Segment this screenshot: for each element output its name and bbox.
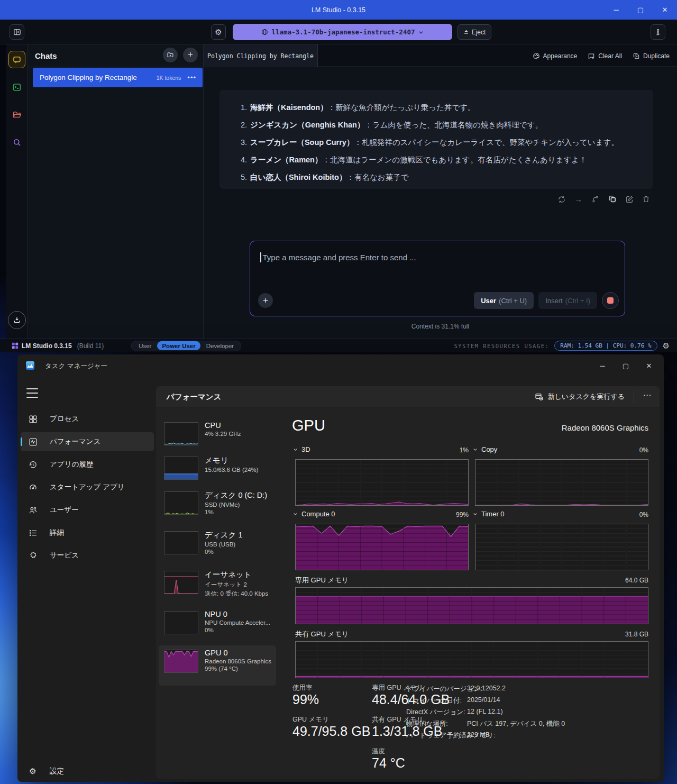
lmstudio-titlebar[interactable]: LM Studio - 0.3.15 ─ ▢ ✕	[0, 0, 677, 20]
performance-header: パフォーマンス 新しいタスクを実行する …	[156, 386, 660, 407]
stop-icon	[607, 297, 614, 304]
lmstudio-window-title: LM Studio - 0.3.15	[312, 6, 365, 14]
chart-label-3d[interactable]: 3D	[293, 445, 310, 453]
chevron-down-icon	[473, 512, 478, 516]
perf-item-disk1[interactable]: ディスク 1USB (USB)0%	[160, 530, 276, 563]
sidebar-item-performance[interactable]: パフォーマンス	[21, 432, 154, 451]
new-folder-button[interactable]	[163, 48, 178, 62]
perf-item-memory[interactable]: メモリ15.0/63.6 GB (24%)	[160, 455, 276, 482]
memory-mini-chart	[164, 457, 198, 480]
nav-developer-button[interactable]	[8, 78, 25, 96]
delete-button[interactable]	[642, 195, 651, 204]
maximize-button[interactable]: ▢	[614, 354, 637, 377]
chart-label-compute0[interactable]: Compute 0	[293, 510, 335, 518]
sidebar-item-users[interactable]: ユーザー	[21, 500, 154, 519]
nav-models-button[interactable]	[8, 106, 25, 123]
header-separator	[634, 390, 634, 403]
mode-developer[interactable]: Developer	[202, 343, 239, 349]
page-title: パフォーマンス	[167, 392, 222, 402]
processes-icon	[28, 415, 38, 424]
minimize-button[interactable]: ─	[604, 0, 628, 20]
dedicated-memory-label: 専用 GPU メモリ	[295, 576, 349, 585]
text-cursor	[260, 252, 261, 262]
sidebar-item-services[interactable]: サービス	[21, 546, 154, 565]
chart-label-timer0[interactable]: Timer 0	[473, 510, 505, 518]
sidebar-item-processes[interactable]: プロセス	[21, 409, 154, 429]
gpu-compute-chart	[295, 524, 469, 570]
chart-value-3d: 1%	[416, 446, 469, 454]
perf-item-disk0[interactable]: ディスク 0 (C: D:)SSD (NVMe)1%	[160, 490, 276, 523]
edit-button[interactable]	[625, 195, 634, 204]
task-manager-app-icon	[26, 361, 34, 370]
gpu-mini-chart	[164, 650, 198, 673]
stat-temperature-label: 温度	[372, 747, 385, 756]
message-input[interactable]: Type a message and press Enter to send .…	[250, 241, 625, 316]
perf-item-gpu[interactable]: GPU 0Radeon 8060S Graphics99% (74 °C)	[160, 649, 276, 681]
appearance-button[interactable]: Appearance	[533, 52, 578, 60]
sidebar-item-startup-apps[interactable]: スタートアップ アプリ	[21, 478, 154, 497]
chat-item-more-button[interactable]: •••	[187, 74, 196, 81]
message-list-item: 4.ラーメン（Ramen）：北海道はラーメンの激戦区でもあります。有名店がたくさ…	[241, 151, 643, 169]
eject-button[interactable]: Eject	[458, 24, 491, 40]
run-new-task-button[interactable]: 新しいタスクを実行する	[535, 390, 625, 404]
clear-all-button[interactable]: Clear All	[588, 52, 622, 60]
chat-list-item[interactable]: Polygon Clipping by Rectangle 1K tokens …	[33, 68, 203, 87]
model-settings-button[interactable]: ⚙	[211, 24, 226, 40]
copy-button[interactable]	[608, 195, 617, 204]
mode-power-user[interactable]: Power User	[157, 341, 200, 350]
nav-discover-button[interactable]	[8, 133, 25, 151]
message-list-item: 3.スープカレー（Soup Curry）：札幌発祥のスパイシーなカレーライスで、…	[241, 134, 643, 151]
more-options-button[interactable]: …	[643, 388, 652, 398]
attach-button[interactable]: +	[258, 293, 273, 308]
taskmgr-titlebar[interactable]: タスク マネージャー ─ ▢ ✕	[17, 354, 664, 377]
branch-button[interactable]	[591, 195, 600, 204]
chart-label-copy[interactable]: Copy	[473, 445, 497, 453]
sidebar-item-details[interactable]: 詳細	[21, 523, 154, 542]
new-chat-button[interactable]: +	[183, 48, 198, 62]
send-as-user-button[interactable]: User(Ctrl + U)	[474, 292, 534, 309]
shared-gpu-memory-chart	[295, 641, 648, 678]
continue-button[interactable]: →	[574, 195, 583, 204]
stop-button[interactable]	[602, 292, 619, 309]
lmstudio-logo-icon	[12, 342, 19, 349]
settings-gear-icon[interactable]: ⚙	[663, 341, 670, 351]
close-button[interactable]: ✕	[637, 354, 661, 377]
lab-mode-button[interactable]	[651, 24, 665, 40]
sidebar-toggle-button[interactable]	[10, 24, 24, 40]
maximize-button[interactable]: ▢	[628, 0, 653, 20]
detail-driver-date-value: 2025/01/14	[467, 696, 500, 704]
mode-user[interactable]: User	[134, 343, 156, 349]
hamburger-menu-button[interactable]	[26, 388, 38, 398]
duplicate-button[interactable]: Duplicate	[633, 52, 670, 60]
sidebar-item-app-history[interactable]: アプリの履歴	[21, 455, 154, 474]
sidebar-item-settings[interactable]: ⚙ 設定	[21, 762, 154, 781]
chart-value-timer0: 0%	[596, 511, 648, 518]
perf-item-ethernet[interactable]: イーサネットイーサネット 2送信: 0 受信: 40.0 Kbps	[160, 570, 276, 603]
perf-item-npu[interactable]: NPU 0NPU Compute Acceler...0%	[160, 610, 276, 643]
new-task-icon	[535, 393, 543, 401]
lmstudio-toolbar: ⚙ llama-3.1-70b-japanese-instruct-2407 E…	[0, 20, 677, 44]
usage-pill[interactable]: RAM: 1.54 GB | CPU: 0.76 %	[554, 341, 657, 351]
tab-active[interactable]: Polygon Clipping by Rectangle	[204, 44, 318, 67]
nav-chat-button[interactable]	[8, 51, 25, 68]
chevron-down-icon	[293, 447, 298, 452]
regenerate-button[interactable]	[557, 195, 566, 204]
gpu-timer-chart	[475, 524, 648, 570]
dedicated-memory-capacity: 64.0 GB	[596, 577, 648, 584]
perf-item-cpu[interactable]: CPU4% 3.29 GHz	[160, 421, 276, 448]
detail-reserved-memory-value: 229 MB	[467, 731, 490, 739]
input-placeholder: Type a message and press Enter to send .…	[260, 252, 416, 262]
close-button[interactable]: ✕	[653, 0, 677, 20]
task-manager-window: タスク マネージャー ─ ▢ ✕ プロセス パフォーマンス アプリの履歴 スター…	[17, 354, 664, 782]
disk0-mini-chart	[164, 491, 198, 515]
insert-button[interactable]: Insert(Ctrl + I)	[538, 292, 597, 309]
plus-icon: +	[188, 49, 193, 60]
detail-driver-version-value: 32.0.12052.2	[467, 685, 506, 692]
stat-gpumem-label: GPU メモリ	[292, 715, 329, 724]
startup-icon	[28, 483, 38, 492]
message-list-item: 2.ジンギスカン（Genghis Khan）：ラム肉を使った、北海道名物の焼き肉…	[241, 116, 643, 134]
downloads-button[interactable]	[8, 311, 26, 329]
model-selector[interactable]: llama-3.1-70b-japanese-instruct-2407	[233, 24, 452, 40]
chart-value-compute0: 99%	[416, 511, 469, 518]
minimize-button[interactable]: ─	[591, 354, 614, 377]
